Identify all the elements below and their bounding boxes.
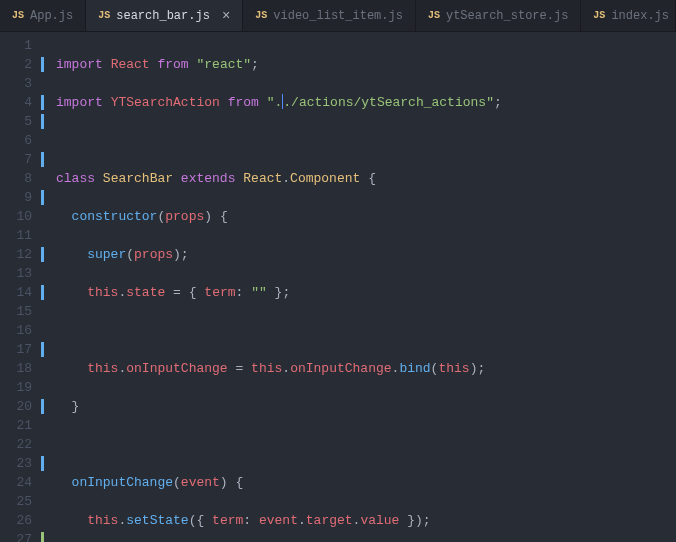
gutter: 1 2 3 4 5 6 7 8 9 10 11 12 13 14 15 16 1… bbox=[0, 32, 46, 542]
tab-bar: JS App.js JS search_bar.js × JS video_li… bbox=[0, 0, 676, 32]
tab-label: ytSearch_store.js bbox=[446, 9, 568, 23]
line-number: 5 bbox=[0, 112, 46, 131]
js-icon: JS bbox=[12, 10, 24, 21]
tab-ytsearch-store[interactable]: JS ytSearch_store.js bbox=[416, 0, 581, 31]
line-number: 4 bbox=[0, 93, 46, 112]
tab-app[interactable]: JS App.js bbox=[0, 0, 86, 31]
line-number: 26 bbox=[0, 511, 46, 530]
js-icon: JS bbox=[593, 10, 605, 21]
line-number: 19 bbox=[0, 378, 46, 397]
code-line: class SearchBar extends React.Component … bbox=[56, 169, 676, 188]
line-number: 14 bbox=[0, 283, 46, 302]
line-number: 11 bbox=[0, 226, 46, 245]
close-icon[interactable]: × bbox=[222, 8, 230, 24]
line-number: 8 bbox=[0, 169, 46, 188]
line-number: 17 bbox=[0, 340, 46, 359]
line-number: 25 bbox=[0, 492, 46, 511]
code-line: import YTSearchAction from "../actions/y… bbox=[56, 93, 676, 112]
code-area[interactable]: import React from "react"; import YTSear… bbox=[46, 32, 676, 542]
line-number: 6 bbox=[0, 131, 46, 150]
code-line: } bbox=[56, 397, 676, 416]
line-number: 9 bbox=[0, 188, 46, 207]
code-line: this.state = { term: "" }; bbox=[56, 283, 676, 302]
line-number: 12 bbox=[0, 245, 46, 264]
code-line: super(props); bbox=[56, 245, 676, 264]
js-icon: JS bbox=[98, 10, 110, 21]
line-number: 20 bbox=[0, 397, 46, 416]
text-cursor bbox=[282, 94, 283, 109]
js-icon: JS bbox=[255, 10, 267, 21]
line-number: 2 bbox=[0, 55, 46, 74]
code-line: import React from "react"; bbox=[56, 55, 676, 74]
code-line: this.onInputChange = this.onInputChange.… bbox=[56, 359, 676, 378]
code-line: onInputChange(event) { bbox=[56, 473, 676, 492]
line-number: 15 bbox=[0, 302, 46, 321]
line-number: 7 bbox=[0, 150, 46, 169]
editor[interactable]: 1 2 3 4 5 6 7 8 9 10 11 12 13 14 15 16 1… bbox=[0, 32, 676, 542]
line-number: 22 bbox=[0, 435, 46, 454]
code-line: constructor(props) { bbox=[56, 207, 676, 226]
line-number: 3 bbox=[0, 74, 46, 93]
line-number: 23 bbox=[0, 454, 46, 473]
tab-search-bar[interactable]: JS search_bar.js × bbox=[86, 0, 243, 31]
code-line bbox=[56, 321, 676, 340]
line-number: 16 bbox=[0, 321, 46, 340]
line-number: 24 bbox=[0, 473, 46, 492]
code-line: this.setState({ term: event.target.value… bbox=[56, 511, 676, 530]
tab-label: video_list_item.js bbox=[273, 9, 403, 23]
code-line bbox=[56, 435, 676, 454]
tab-label: App.js bbox=[30, 9, 73, 23]
line-number: 18 bbox=[0, 359, 46, 378]
line-number: 13 bbox=[0, 264, 46, 283]
js-icon: JS bbox=[428, 10, 440, 21]
line-number: 1 bbox=[0, 36, 46, 55]
line-number: 21 bbox=[0, 416, 46, 435]
code-line bbox=[56, 131, 676, 150]
line-number: 27 bbox=[0, 530, 46, 542]
line-number: 10 bbox=[0, 207, 46, 226]
tab-label: search_bar.js bbox=[116, 9, 210, 23]
tab-index[interactable]: JS index.js bbox=[581, 0, 676, 31]
tab-label: index.js bbox=[611, 9, 669, 23]
tab-video-list-item[interactable]: JS video_list_item.js bbox=[243, 0, 416, 31]
